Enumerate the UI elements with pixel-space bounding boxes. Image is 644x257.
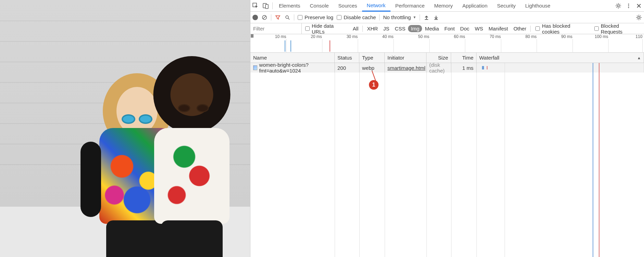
filter-type-manifest[interactable]: Manifest [486, 26, 511, 31]
download-har-icon[interactable] [433, 14, 439, 21]
col-header-name[interactable]: Name [250, 53, 335, 63]
timeline-marker-load [330, 40, 330, 52]
col-header-waterfall[interactable]: Waterfall▲ [476, 53, 644, 63]
timeline-marker-domcontent [285, 40, 285, 52]
svg-point-8 [286, 16, 288, 18]
tab-security[interactable]: Security [492, 0, 520, 11]
tab-performance[interactable]: Performance [391, 0, 430, 11]
timeline-tick: 110 [635, 34, 642, 39]
blocked-requests-checkbox[interactable]: Blocked Requests [591, 23, 644, 35]
network-table-header: Name Status Type Initiator Size Time Wat… [250, 53, 644, 63]
close-icon[interactable] [634, 1, 644, 11]
waterfall-load-line [599, 63, 599, 257]
tab-application[interactable]: Application [458, 0, 492, 11]
timeline-tick: 20 ms [311, 34, 322, 39]
tab-lighthouse[interactable]: Lighthouse [520, 0, 555, 11]
table-row[interactable]: women-bright-colors?fmt=auto&w=1024 200 … [250, 63, 644, 73]
col-header-time[interactable]: Time [451, 53, 476, 63]
page-preview [0, 0, 250, 257]
chevron-down-icon: ▼ [413, 15, 416, 19]
clear-icon[interactable] [261, 14, 268, 21]
filter-type-media[interactable]: Media [422, 26, 442, 31]
col-header-type[interactable]: Type [359, 53, 385, 63]
waterfall-label: Waterfall [479, 55, 499, 61]
blocked-requests-label: Blocked Requests [601, 23, 641, 35]
device-toolbar-icon[interactable] [261, 1, 271, 11]
filter-type-js[interactable]: JS [381, 26, 392, 31]
upload-har-icon[interactable] [423, 14, 430, 21]
preserve-log-label: Preserve log [305, 14, 333, 20]
timeline-tick: 60 ms [454, 34, 465, 39]
timeline-tick: 30 ms [347, 34, 358, 39]
network-toolbar: Preserve log Disable cache No throttling… [250, 12, 644, 23]
svg-point-4 [628, 3, 629, 4]
record-icon[interactable] [252, 15, 258, 20]
svg-point-3 [617, 5, 619, 7]
devtools-panel: Elements Console Sources Network Perform… [250, 0, 644, 257]
filter-icon[interactable] [275, 14, 281, 21]
filter-type-all[interactable]: All [350, 26, 361, 31]
devtools-tabbar: Elements Console Sources Network Perform… [250, 0, 644, 12]
tab-elements[interactable]: Elements [274, 0, 305, 11]
timeline-tick: 10 ms [275, 34, 286, 39]
filter-type-xhr[interactable]: XHR [364, 26, 381, 31]
preserve-log-checkbox[interactable]: Preserve log [298, 14, 333, 20]
network-filterbar: Hide data URLs All XHR JS CSS Img Media … [250, 23, 644, 34]
timeline-tick: 50 ms [418, 34, 430, 39]
request-size: (disk cache) [429, 62, 448, 74]
image-file-icon [253, 65, 257, 70]
request-initiator-link[interactable]: smartimage.html [387, 65, 425, 71]
timeline-tick: 70 ms [490, 34, 501, 39]
col-header-initiator[interactable]: Initiator [385, 53, 426, 63]
more-icon[interactable] [623, 1, 634, 11]
request-time: 1 ms [451, 63, 476, 73]
timeline-tick: 40 ms [382, 34, 394, 39]
network-settings-icon[interactable] [636, 14, 642, 21]
network-table-body: women-bright-colors?fmt=auto&w=1024 200 … [250, 63, 644, 257]
svg-rect-2 [265, 4, 268, 9]
preview-image [0, 0, 250, 207]
tab-console[interactable]: Console [305, 0, 334, 11]
timeline-tick: 100 ms [595, 34, 608, 39]
inspect-element-icon[interactable] [250, 1, 261, 11]
blocked-cookies-label: Has blocked cookies [542, 23, 587, 35]
col-header-size[interactable]: Size [426, 53, 451, 63]
sort-asc-icon: ▲ [637, 56, 641, 60]
svg-point-5 [628, 5, 629, 6]
tab-sources[interactable]: Sources [334, 0, 362, 11]
timeline-marker-domcontent [290, 40, 291, 52]
throttling-value: No throttling [383, 14, 411, 20]
callout-badge: 1 [369, 80, 379, 90]
search-icon[interactable] [284, 14, 290, 21]
blocked-cookies-checkbox[interactable]: Has blocked cookies [532, 23, 591, 35]
timeline-tick: 90 ms [561, 34, 572, 39]
tab-network[interactable]: Network [362, 0, 391, 12]
request-name: women-bright-colors?fmt=auto&w=1024 [259, 62, 332, 74]
network-timeline[interactable]: 10 ms 20 ms 30 ms 40 ms 50 ms 60 ms 70 m… [250, 34, 644, 53]
hide-data-urls-label: Hide data URLs [312, 23, 347, 35]
filter-type-font[interactable]: Font [442, 26, 457, 31]
tab-memory[interactable]: Memory [430, 0, 458, 11]
filter-type-ws[interactable]: WS [472, 26, 486, 31]
filter-input[interactable] [250, 23, 302, 34]
disable-cache-label: Disable cache [344, 14, 376, 20]
hide-data-urls-checkbox[interactable]: Hide data URLs [302, 23, 350, 35]
col-header-status[interactable]: Status [335, 53, 359, 63]
svg-point-6 [628, 7, 629, 8]
filter-type-img[interactable]: Img [408, 25, 422, 32]
svg-point-9 [638, 16, 640, 18]
waterfall-domcontent-line [593, 63, 593, 257]
request-waterfall [476, 63, 644, 73]
throttling-select[interactable]: No throttling▼ [383, 14, 416, 20]
request-status: 200 [335, 63, 359, 73]
settings-icon[interactable] [613, 1, 623, 11]
disable-cache-checkbox[interactable]: Disable cache [337, 14, 376, 20]
timeline-tick: 80 ms [525, 34, 537, 39]
filter-type-other[interactable]: Other [511, 26, 529, 31]
filter-type-doc[interactable]: Doc [457, 26, 472, 31]
filter-type-css[interactable]: CSS [392, 26, 408, 31]
